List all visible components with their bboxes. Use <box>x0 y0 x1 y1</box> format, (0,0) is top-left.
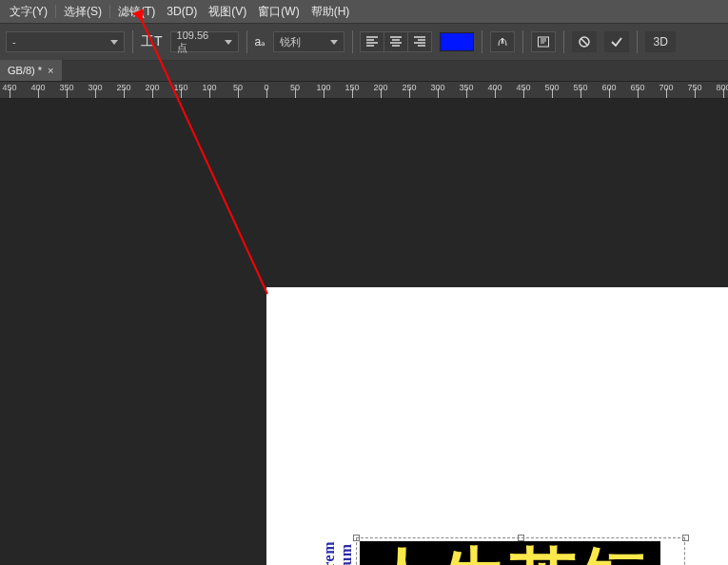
antialias-select[interactable]: 锐利 <box>273 31 344 52</box>
ruler-label: 100 <box>316 83 330 92</box>
close-tab-icon[interactable]: × <box>48 65 53 76</box>
ruler-label: 0 <box>264 83 268 92</box>
ruler-label: 250 <box>402 83 416 92</box>
menu-3d[interactable]: 3D(D) <box>161 5 203 18</box>
ruler-label: 450 <box>2 83 16 92</box>
document-tab[interactable]: GB/8) * × <box>0 60 62 81</box>
ruler-label: 400 <box>30 83 45 92</box>
ruler-label: 750 <box>687 83 701 92</box>
horizontal-ruler: 4504003503002502001501005005010015020025… <box>0 82 728 99</box>
align-center-button[interactable] <box>384 31 408 52</box>
canvas-area[interactable]: Lorem Ipsum 人生苦短 <box>0 99 728 565</box>
menu-help[interactable]: 帮助(H) <box>305 4 356 20</box>
separator <box>637 30 638 53</box>
commit-button[interactable] <box>604 31 629 52</box>
ruler-label: 300 <box>88 83 102 92</box>
antialias-icon: aₐ <box>255 35 266 49</box>
warp-text-button[interactable] <box>490 31 515 52</box>
menu-window[interactable]: 窗口(W) <box>252 4 305 20</box>
document-tab-bar: GB/8) * × <box>0 61 728 82</box>
ruler-label: 350 <box>459 83 473 92</box>
3d-button[interactable]: 3D <box>645 31 676 52</box>
ruler-label: 100 <box>202 83 216 92</box>
ruler-label: 800 <box>716 83 728 92</box>
ruler-label: 500 <box>544 83 559 92</box>
character-panel-button[interactable] <box>531 31 556 52</box>
menu-separator <box>109 5 110 18</box>
cancel-button[interactable] <box>572 31 597 52</box>
menu-filter[interactable]: 滤镜(T) <box>112 4 161 20</box>
text-layer[interactable]: 人生苦短 <box>360 541 660 565</box>
font-size-value: 109.56 点 <box>177 29 219 55</box>
ruler-label: 600 <box>601 83 616 92</box>
menu-bar: 文字(Y) 选择(S) 滤镜(T) 3D(D) 视图(V) 窗口(W) 帮助(H… <box>0 0 728 23</box>
font-family-value: - <box>12 36 16 48</box>
transform-handle[interactable] <box>518 535 524 541</box>
ruler-label: 50 <box>290 83 300 92</box>
canvas-page <box>266 287 728 565</box>
menu-separator <box>55 5 56 18</box>
separator <box>563 30 564 53</box>
ruler-label: 650 <box>630 83 644 92</box>
font-size-select[interactable]: 109.56 点 <box>170 31 239 52</box>
separator <box>522 30 523 53</box>
antialias-value: 锐利 <box>280 35 301 49</box>
align-right-button[interactable] <box>407 31 432 52</box>
ruler-label: 350 <box>59 83 73 92</box>
ruler-label: 50 <box>233 83 243 92</box>
transform-handle[interactable] <box>682 535 689 541</box>
text-color-swatch[interactable] <box>440 32 474 51</box>
align-left-button[interactable] <box>360 31 384 52</box>
separator <box>482 30 482 53</box>
ruler-label: 250 <box>116 83 130 92</box>
vertical-label-text: Lorem Ipsum <box>321 541 355 565</box>
font-size-icon: 工T <box>141 33 163 50</box>
text-align-group <box>361 31 432 52</box>
transform-handle[interactable] <box>353 535 360 541</box>
ruler-label: 450 <box>516 83 530 92</box>
menu-select[interactable]: 选择(S) <box>58 4 108 20</box>
ruler-label: 700 <box>659 83 673 92</box>
ruler-label: 200 <box>373 83 387 92</box>
document-tab-title: GB/8) * <box>8 65 42 76</box>
menu-text[interactable]: 文字(Y) <box>4 4 53 20</box>
ruler-label: 200 <box>145 83 159 92</box>
separator <box>132 30 133 53</box>
ruler-label: 400 <box>487 83 502 92</box>
menu-view[interactable]: 视图(V) <box>203 4 252 20</box>
3d-label: 3D <box>654 35 668 49</box>
ruler-label: 300 <box>430 83 444 92</box>
ruler-label: 550 <box>573 83 587 92</box>
separator <box>246 30 247 53</box>
ruler-label: 150 <box>173 83 187 92</box>
separator <box>352 30 353 53</box>
font-family-select[interactable]: - <box>6 31 125 52</box>
options-bar: - 工T 109.56 点 aₐ 锐利 3D <box>0 23 728 61</box>
ruler-label: 150 <box>344 83 359 92</box>
